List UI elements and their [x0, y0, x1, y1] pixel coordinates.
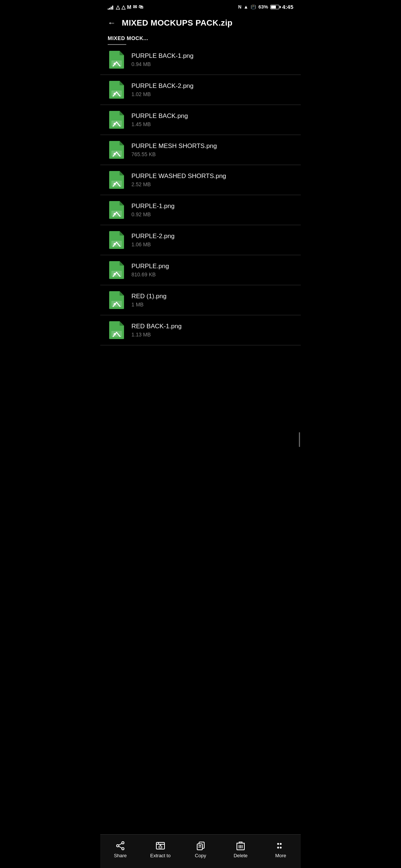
svg-point-22	[122, 848, 124, 850]
extract-to-button[interactable]: Extract to	[147, 838, 173, 861]
list-item[interactable]: PURPLE BACK.png 1.45 MB	[100, 105, 301, 135]
file-icon	[108, 140, 125, 160]
file-icon	[108, 230, 125, 250]
battery-icon	[270, 5, 279, 9]
battery-percent: 63%	[258, 4, 268, 10]
file-info: RED (1).png 1 MB	[131, 293, 293, 308]
file-icon	[108, 260, 125, 280]
file-name: RED (1).png	[131, 293, 293, 300]
delete-icon	[235, 841, 246, 851]
file-info: PURPLE-1.png 0.92 MB	[131, 203, 293, 217]
file-info: PURPLE BACK-1.png 0.94 MB	[131, 52, 293, 67]
svg-point-5	[114, 123, 116, 125]
file-size: 765.55 KB	[131, 151, 293, 157]
svg-point-17	[114, 303, 116, 305]
file-name: PURPLE-1.png	[131, 203, 293, 210]
file-size: 0.94 MB	[131, 61, 293, 67]
file-size: 1 MB	[131, 302, 293, 308]
svg-point-13	[114, 243, 116, 245]
file-info: PURPLE-2.png 1.06 MB	[131, 233, 293, 247]
file-icon	[108, 170, 125, 190]
file-info: PURPLE BACK.png 1.45 MB	[131, 112, 293, 127]
file-name: PURPLE WASHED SHORTS.png	[131, 172, 293, 180]
status-bar: △ △ M ✉ 🛍 N ▲ 📳 63% 4:45	[100, 0, 301, 12]
file-size: 1.02 MB	[131, 91, 293, 97]
file-name: RED BACK-1.png	[131, 323, 293, 330]
share-button[interactable]: Share	[107, 838, 133, 861]
list-item[interactable]: PURPLE BACK-1.png 0.94 MB	[100, 45, 301, 75]
header: ← MIXED MOCKUPS PACK.zip	[100, 12, 301, 32]
more-label: More	[275, 853, 286, 858]
scrollbar[interactable]	[299, 432, 300, 447]
file-name: PURPLE.png	[131, 263, 293, 270]
file-size: 0.92 MB	[131, 211, 293, 217]
svg-point-7	[114, 153, 116, 155]
file-info: PURPLE MESH SHORTS.png 765.55 KB	[131, 142, 293, 157]
svg-point-15	[114, 273, 116, 275]
svg-point-21	[117, 845, 119, 847]
delete-label: Delete	[234, 853, 248, 858]
file-list: PURPLE BACK-1.png 0.94 MB PURPLE BACK-2.…	[100, 45, 301, 834]
svg-point-20	[122, 842, 124, 844]
file-size: 810.69 KB	[131, 272, 293, 277]
file-info: PURPLE.png 810.69 KB	[131, 263, 293, 277]
more-icon	[276, 841, 286, 851]
list-item[interactable]: PURPLE WASHED SHORTS.png 2.52 MB	[100, 165, 301, 195]
file-name: PURPLE BACK-2.png	[131, 82, 293, 90]
copy-label: Copy	[195, 853, 206, 858]
svg-point-11	[114, 213, 116, 215]
file-info: RED BACK-1.png 1.13 MB	[131, 323, 293, 338]
file-icon	[108, 50, 125, 69]
delete-button[interactable]: Delete	[228, 838, 254, 861]
file-icon	[108, 80, 125, 99]
file-info: PURPLE BACK-2.png 1.02 MB	[131, 82, 293, 97]
file-icon	[108, 290, 125, 310]
share-label: Share	[114, 853, 127, 858]
copy-icon	[195, 841, 206, 851]
file-name: PURPLE BACK-1.png	[131, 52, 293, 60]
back-button[interactable]: ←	[108, 19, 116, 27]
svg-point-37	[280, 847, 282, 849]
list-item[interactable]: PURPLE-2.png 1.06 MB	[100, 225, 301, 255]
list-item[interactable]: RED (1).png 1 MB	[100, 285, 301, 315]
svg-point-1	[114, 63, 116, 65]
file-size: 2.52 MB	[131, 181, 293, 187]
wifi-icon: △	[116, 4, 120, 10]
more-button[interactable]: More	[268, 838, 294, 861]
svg-rect-26	[159, 846, 162, 848]
svg-line-24	[119, 846, 122, 848]
list-item[interactable]: PURPLE.png 810.69 KB	[100, 255, 301, 285]
vibrate-icon: 📳	[251, 4, 256, 10]
list-item[interactable]: PURPLE MESH SHORTS.png 765.55 KB	[100, 135, 301, 165]
svg-line-23	[119, 844, 122, 845]
status-left: △ △ M ✉ 🛍	[108, 4, 143, 10]
signal-icon	[108, 4, 113, 10]
file-name: PURPLE MESH SHORTS.png	[131, 142, 293, 150]
svg-point-19	[114, 333, 116, 335]
gmail-icon: M	[127, 4, 131, 10]
status-right: N ▲ 📳 63% 4:45	[238, 4, 293, 10]
svg-rect-27	[197, 844, 202, 850]
folder-label: MIXED MOCK...	[100, 32, 301, 43]
mail-icon: ✉	[133, 4, 137, 10]
list-item[interactable]: RED BACK-1.png 1.13 MB	[100, 315, 301, 345]
bottom-bar: Share Extract to Copy	[100, 834, 301, 868]
file-name: PURPLE-2.png	[131, 233, 293, 240]
copy-button[interactable]: Copy	[188, 838, 213, 861]
file-size: 1.06 MB	[131, 241, 293, 247]
file-icon	[108, 110, 125, 129]
svg-point-35	[280, 843, 282, 845]
list-item[interactable]: PURPLE-1.png 0.92 MB	[100, 195, 301, 225]
share-icon	[115, 841, 125, 851]
svg-point-9	[114, 183, 116, 185]
nfc-icon: N	[238, 4, 241, 10]
file-size: 1.45 MB	[131, 121, 293, 127]
file-size: 1.13 MB	[131, 332, 293, 338]
file-icon	[108, 320, 125, 340]
alert-icon: △	[121, 4, 125, 10]
svg-point-36	[277, 847, 279, 849]
extract-icon	[155, 841, 166, 851]
file-name: PURPLE BACK.png	[131, 112, 293, 120]
list-item[interactable]: PURPLE BACK-2.png 1.02 MB	[100, 75, 301, 105]
bluetooth-icon: ▲	[244, 4, 248, 10]
